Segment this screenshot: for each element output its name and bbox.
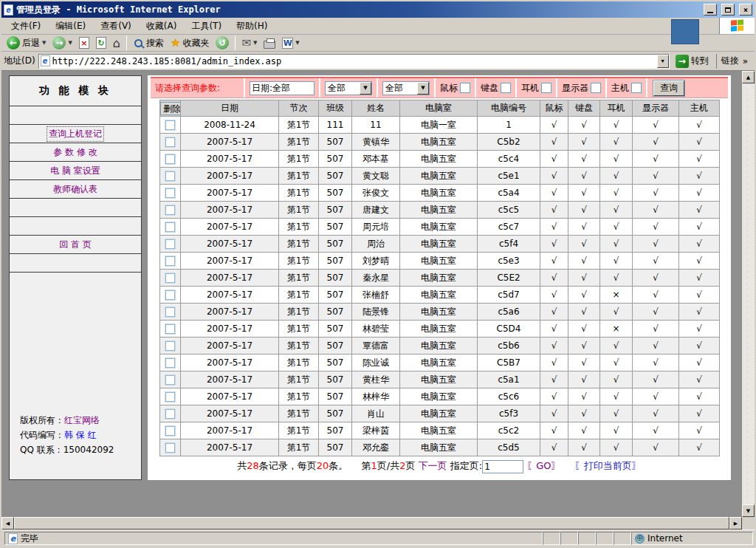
row-delete-checkbox[interactable] xyxy=(165,324,175,334)
scroll-left-button[interactable]: ◀ xyxy=(1,517,14,530)
query-button[interactable]: 查询 xyxy=(653,81,684,96)
cell-check-monitor: √ xyxy=(633,388,679,405)
row-delete-checkbox[interactable] xyxy=(165,273,175,283)
cell-delete xyxy=(160,270,181,287)
back-dropdown-icon[interactable]: ▼ xyxy=(42,40,46,46)
favorites-button[interactable]: ★ 收藏夹 xyxy=(168,35,212,51)
refresh-icon: ↻ xyxy=(96,37,106,49)
sidebar-item-query-login[interactable]: 查询上机登记 xyxy=(10,125,141,143)
main-content: 请选择查询参数: 全部 ▼ 全部 ▼ 鼠标 键盘 xyxy=(148,75,731,480)
restore-button[interactable] xyxy=(721,4,735,16)
row-delete-checkbox[interactable] xyxy=(165,154,175,164)
row-delete-checkbox[interactable] xyxy=(165,409,175,419)
row-delete-checkbox[interactable] xyxy=(165,341,175,351)
address-dropdown-button[interactable]: ▼ xyxy=(657,55,669,68)
menu-file[interactable]: 文件(F) xyxy=(4,18,47,35)
menu-favorites[interactable]: 收藏(A) xyxy=(140,18,184,35)
close-button[interactable]: × xyxy=(739,4,752,16)
sidebar-empty-row xyxy=(10,217,141,236)
row-delete-checkbox[interactable] xyxy=(165,239,175,249)
scroll-down-button[interactable]: ▼ xyxy=(742,504,755,517)
sidebar-item-room-settings[interactable]: 电 脑 室设置 xyxy=(10,162,141,180)
row-delete-checkbox[interactable] xyxy=(165,375,175,385)
home-button[interactable]: ⌂ xyxy=(110,35,123,51)
sidebar-link-label[interactable]: 回 首 页 xyxy=(59,239,92,251)
sidebar-link-label[interactable]: 教师确认表 xyxy=(53,183,97,196)
cell-period: 第1节 xyxy=(279,117,319,134)
row-delete-checkbox[interactable] xyxy=(165,137,175,147)
row-delete-checkbox[interactable] xyxy=(165,222,175,232)
back-button[interactable]: ← 后退 ▼ xyxy=(4,35,49,51)
sidebar-link-label[interactable]: 参 数 修 改 xyxy=(53,146,97,159)
vertical-scrollbar[interactable]: ▲ ▼ xyxy=(742,71,755,517)
row-delete-checkbox[interactable] xyxy=(165,205,175,215)
forward-button[interactable]: → ▼ xyxy=(49,35,75,51)
mail-button[interactable]: ✉ ▼ xyxy=(238,35,260,51)
sidebar-item-param-edit[interactable]: 参 数 修 改 xyxy=(10,143,141,162)
stop-button[interactable]: × xyxy=(76,35,92,51)
cell-delete xyxy=(160,371,181,388)
cell-name: 周元培 xyxy=(352,219,400,236)
next-page-link[interactable]: 下一页 xyxy=(419,460,447,471)
select-dropdown-icon[interactable]: ▼ xyxy=(417,82,429,95)
links-bar[interactable]: 链接 » xyxy=(716,54,752,69)
sidebar-item-home[interactable]: 回 首 页 xyxy=(10,236,141,254)
row-delete-checkbox[interactable] xyxy=(165,120,175,130)
sidebar-item-teacher-confirm[interactable]: 教师确认表 xyxy=(10,180,141,199)
goto-page-input[interactable] xyxy=(482,460,523,473)
row-delete-checkbox[interactable] xyxy=(165,426,175,436)
column-header-0[interactable]: 删除 xyxy=(160,100,181,117)
go-page-link[interactable]: 〖GO〗 xyxy=(526,460,560,471)
edit-dropdown-icon[interactable]: ▼ xyxy=(295,40,299,46)
monitor-checkbox-label: 显示器 xyxy=(562,82,588,95)
menu-tools[interactable]: 工具(T) xyxy=(185,18,228,35)
select-dropdown-icon[interactable]: ▼ xyxy=(360,82,371,95)
row-delete-checkbox[interactable] xyxy=(165,443,175,453)
sidebar-link-label[interactable]: 查询上机登记 xyxy=(47,127,103,141)
menu-view[interactable]: 查看(V) xyxy=(94,18,138,35)
address-input[interactable]: e http://222.248.243.185:8081/admin_inde… xyxy=(38,54,670,69)
horizontal-scroll-thumb[interactable] xyxy=(14,517,729,530)
minimize-button[interactable] xyxy=(704,4,717,16)
cell-check-headset: √ xyxy=(600,185,633,202)
search-button[interactable]: 搜索 xyxy=(130,35,167,51)
sidebar-link-label[interactable]: 电 脑 室设置 xyxy=(50,165,100,177)
scroll-up-button[interactable]: ▲ xyxy=(742,71,755,83)
monitor-filter-checkbox[interactable] xyxy=(591,83,601,93)
print-button[interactable] xyxy=(261,35,278,51)
menu-help[interactable]: 帮助(H) xyxy=(230,18,274,35)
cell-name: 邓允銮 xyxy=(352,439,400,456)
headset-filter-checkbox[interactable] xyxy=(541,83,551,93)
row-delete-checkbox[interactable] xyxy=(165,307,175,317)
row-delete-checkbox[interactable] xyxy=(165,392,175,402)
filter-select-1[interactable]: 全部 ▼ xyxy=(325,81,372,95)
horizontal-scrollbar[interactable]: ◀ ▶ xyxy=(1,517,755,530)
cell-name: 陆景锋 xyxy=(352,304,400,321)
edit-button[interactable]: W ▼ xyxy=(279,35,302,51)
column-header-1: 日期 xyxy=(181,100,279,117)
row-delete-checkbox[interactable] xyxy=(165,290,175,300)
row-delete-checkbox[interactable] xyxy=(165,171,175,181)
mail-dropdown-icon[interactable]: ▼ xyxy=(253,40,257,46)
filter-select-2[interactable]: 全部 ▼ xyxy=(382,81,430,95)
keyboard-filter-checkbox[interactable] xyxy=(501,83,511,93)
forward-dropdown-icon[interactable]: ▼ xyxy=(68,40,72,46)
menu-edit[interactable]: 编辑(E) xyxy=(49,18,92,35)
scroll-right-button[interactable]: ▶ xyxy=(729,517,742,530)
cell-check-mouse: √ xyxy=(540,219,568,236)
row-delete-checkbox[interactable] xyxy=(165,188,175,198)
cell-class: 507 xyxy=(319,253,352,270)
go-button[interactable]: → 转到 xyxy=(673,53,712,69)
print-page-link[interactable]: 〖打印当前页〗 xyxy=(574,460,642,471)
refresh-button[interactable]: ↻ xyxy=(93,35,109,51)
delete-header-button[interactable]: 删除 xyxy=(160,102,181,115)
row-delete-checkbox[interactable] xyxy=(165,358,175,368)
host-filter-checkbox[interactable] xyxy=(631,83,642,93)
cell-date: 2007-5-17 xyxy=(181,304,279,321)
date-filter-input[interactable] xyxy=(250,81,315,95)
mouse-filter-checkbox[interactable] xyxy=(460,83,470,93)
history-button[interactable]: ↺ xyxy=(213,35,232,51)
row-delete-checkbox[interactable] xyxy=(165,256,175,266)
status-bar: e 完毕 ⊕ Internet xyxy=(1,530,755,547)
ie-window-icon: e xyxy=(4,4,13,16)
